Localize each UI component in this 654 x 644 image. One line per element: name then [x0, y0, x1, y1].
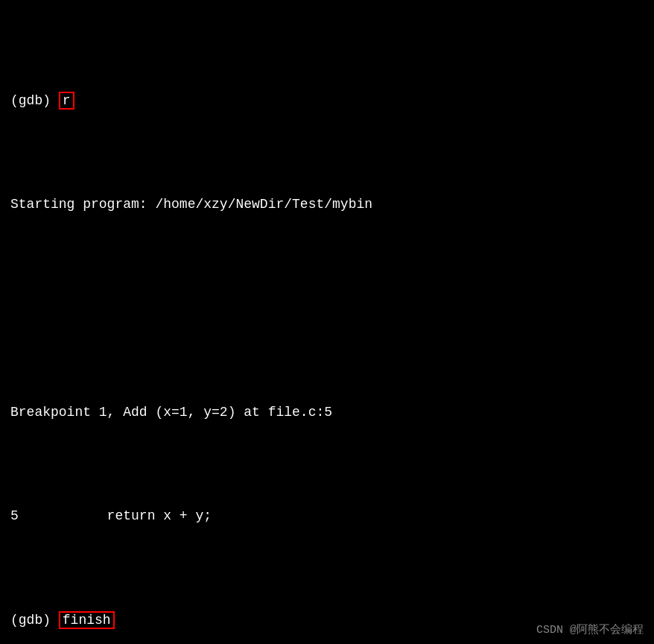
gdb-prompt: (gdb)	[10, 93, 59, 108]
line-return-xy: 5 return x + y;	[10, 506, 644, 527]
command-r: r	[59, 92, 74, 110]
watermark: CSDN @阿熊不会编程	[536, 622, 644, 637]
line-blank-1	[10, 298, 644, 319]
line-starting-program: Starting program: /home/xzy/NewDir/Test/…	[10, 195, 644, 215]
terminal: (gdb) r Starting program: /home/xzy/NewD…	[0, 0, 654, 644]
line-gdb-r: (gdb) r	[10, 91, 644, 112]
gdb-prompt-2: (gdb)	[10, 613, 59, 628]
line-breakpoint: Breakpoint 1, Add (x=1, y=2) at file.c:5	[10, 402, 644, 423]
command-finish: finish	[59, 611, 115, 629]
